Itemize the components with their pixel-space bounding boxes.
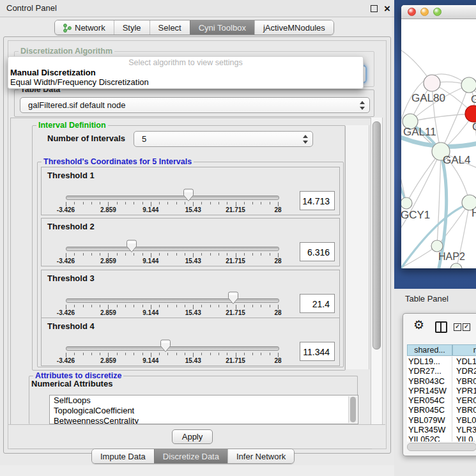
table-row[interactable]: YDR27...YDR2... [407, 366, 476, 376]
panel-scrollbar-thumb[interactable] [372, 121, 381, 349]
table-cell[interactable]: YBR043C [407, 376, 452, 386]
float-window-icon[interactable] [371, 5, 378, 12]
slider-thumb[interactable] [183, 188, 194, 202]
table-row[interactable]: YER054CYER0... [407, 395, 476, 405]
table-data-combobox[interactable]: galFiltered.sif default node [20, 97, 370, 113]
mode-tab-infer-network[interactable]: Infer Network [227, 449, 294, 463]
slider-tick [236, 253, 236, 257]
table-cell[interactable]: YLR3... [452, 425, 476, 434]
network-edge[interactable] [406, 151, 441, 203]
table-row[interactable]: YLR345WYLR3... [407, 425, 476, 434]
table-row[interactable]: YBR043CYBR0... [407, 376, 476, 386]
dropdown-placeholder-item[interactable]: Select algorithm to view settings [8, 58, 363, 67]
mode-tab-impute-data[interactable]: Impute Data [92, 449, 154, 463]
table-cell[interactable]: YDL19... [407, 357, 452, 366]
table-row[interactable]: YDL19...YDL1... [407, 357, 476, 366]
slider-tick-label: -3.426 [50, 357, 81, 364]
slider-tick [66, 305, 66, 309]
close-icon[interactable]: × [384, 1, 390, 17]
tab-style[interactable]: Style [114, 20, 150, 35]
network-node-hap2[interactable] [431, 240, 443, 252]
slider-track[interactable] [66, 346, 279, 351]
table-cell[interactable]: YBR0... [452, 376, 476, 386]
tab-select[interactable]: Select [150, 20, 190, 35]
column-header-na[interactable]: na... [452, 344, 476, 356]
table-cell[interactable]: YBR0... [452, 405, 476, 415]
tab-cyni-toolbox[interactable]: Cyni Toolbox [190, 20, 254, 35]
threshold-value-field[interactable]: 14.713 [300, 191, 335, 210]
slider-track[interactable] [66, 247, 279, 251]
table-cell[interactable]: YPR145W [407, 386, 452, 395]
column-layout-icon[interactable] [435, 321, 447, 333]
minimize-traffic-light[interactable] [420, 8, 429, 16]
table-row[interactable]: YBR045CYBR0... [407, 405, 476, 415]
table-row[interactable]: YPR145WYPR1... [407, 386, 476, 395]
slider-thumb[interactable] [126, 240, 137, 253]
network-canvas[interactable]: GAL80G.CGAL11GAL4GCY1HHAP2 [401, 19, 476, 268]
slider-tick [151, 253, 151, 257]
zoom-traffic-light[interactable] [433, 8, 441, 16]
table-cell[interactable]: YLR345W [407, 425, 452, 434]
threshold-value-field[interactable]: 21.4 [300, 294, 335, 313]
tab-jactivemnodules[interactable]: jActiveMNodules [254, 20, 334, 35]
table-cell[interactable]: YDR2... [452, 366, 476, 376]
network-node-g-node[interactable] [461, 77, 476, 93]
column-header-shared[interactable]: shared... [407, 344, 452, 356]
network-edge[interactable] [410, 114, 473, 121]
table-cell[interactable]: YER054C [407, 395, 452, 405]
numerical-attributes-list[interactable]: SelfLoopsTopologicalCoefficientBetweenne… [49, 395, 358, 424]
table-row[interactable]: YBL079WYBL0... [407, 415, 476, 425]
attribute-list-item-topologicalcoefficient[interactable]: TopologicalCoefficient [50, 406, 358, 416]
slider-tick [219, 202, 219, 204]
slider-tick-label: 9.144 [135, 206, 166, 213]
control-panel-title: Control Panel [6, 0, 57, 17]
threshold-value-field[interactable]: 6.316 [300, 242, 335, 261]
slider-track[interactable] [66, 196, 279, 200]
dropdown-item-manual-discretization[interactable]: Manual Discretization [10, 68, 96, 77]
table-cell[interactable]: YIL052C [407, 434, 452, 441]
list-scrollbar-track[interactable] [348, 396, 357, 423]
threshold-value-field[interactable]: 11.344 [300, 342, 335, 361]
settings-gear-icon[interactable]: ⚙ [413, 319, 424, 332]
close-traffic-light[interactable] [408, 8, 416, 16]
table-cell[interactable]: YDL1... [452, 357, 476, 366]
slider-thumb[interactable] [160, 339, 171, 353]
dropdown-item-equal-width-frequency[interactable]: Equal Width/Frequency Discretization [10, 77, 149, 87]
network-edge[interactable] [437, 151, 441, 246]
thresholds-scrollbar-track[interactable] [344, 125, 369, 369]
table-cell[interactable]: YBR045C [407, 405, 452, 415]
slider-tick-label: 2.859 [93, 357, 123, 364]
network-edge[interactable] [401, 246, 437, 268]
table-cell[interactable]: YIL0... [452, 434, 476, 441]
slider-tick [252, 353, 253, 355]
checkbox-icon[interactable]: ✓ [454, 323, 461, 331]
apply-button[interactable]: Apply [172, 429, 213, 444]
tab-network[interactable]: Network [55, 20, 114, 35]
table-cell[interactable]: YBL079W [407, 415, 452, 425]
slider-track[interactable] [66, 298, 279, 303]
panel-scrollbar-track[interactable] [371, 118, 383, 448]
slider-tick [125, 305, 126, 307]
slider-tick [236, 353, 236, 357]
network-node-bottom-node[interactable] [450, 263, 462, 268]
slider-tick-label: -3.426 [50, 309, 81, 316]
interval-definition-group: Interval Definition Number of Intervals … [32, 125, 346, 371]
number-of-intervals-combobox[interactable]: 5 [134, 131, 313, 147]
list-scrollbar-thumb[interactable] [350, 397, 356, 422]
network-edge[interactable] [437, 203, 470, 246]
slider-thumb[interactable] [227, 291, 239, 305]
table-cell[interactable]: YPR1... [452, 386, 476, 395]
table-horizontal-scrollbar[interactable] [407, 443, 476, 451]
table-cell[interactable]: YDR27... [407, 366, 452, 376]
table-cell[interactable]: YBL0... [452, 415, 476, 425]
attribute-list-item-selfloops[interactable]: SelfLoops [50, 395, 358, 406]
network-node-gal80[interactable] [424, 75, 440, 91]
checkbox-icon[interactable]: ✓ [463, 323, 470, 331]
network-node-gcy1[interactable] [401, 197, 412, 209]
control-panel-titlebar: Control Panel × [0, 0, 394, 17]
table-cell[interactable]: YER0... [452, 395, 476, 405]
attribute-list-item-betweennesscentrality[interactable]: BetweennessCentrality [50, 416, 358, 424]
mode-tab-discretize-data[interactable]: Discretize Data [154, 449, 227, 463]
network-window-titlebar[interactable] [401, 5, 476, 19]
table-row[interactable]: YIL052CYIL0... [407, 434, 476, 441]
